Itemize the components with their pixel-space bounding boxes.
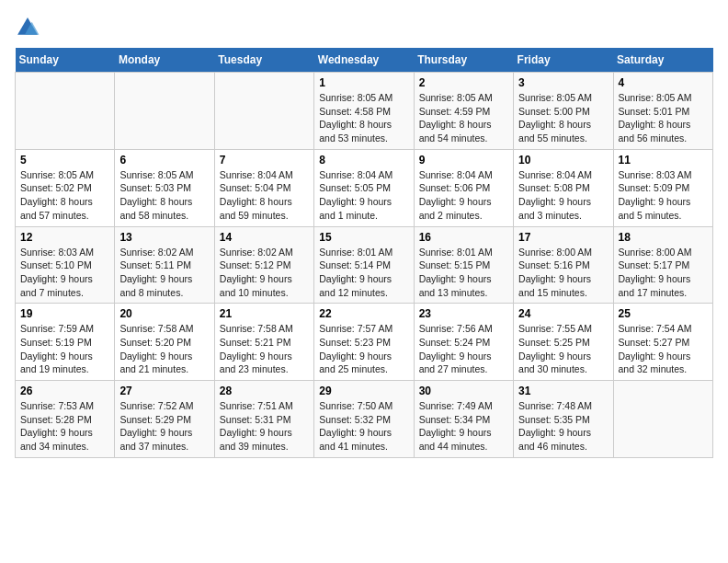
day-number: 19 bbox=[20, 307, 109, 320]
calendar-cell: 25Sunrise: 7:54 AM Sunset: 5:27 PM Dayli… bbox=[613, 304, 712, 381]
day-number: 9 bbox=[419, 154, 508, 167]
calendar-cell: 11Sunrise: 8:03 AM Sunset: 5:09 PM Dayli… bbox=[613, 149, 712, 226]
day-number: 16 bbox=[419, 231, 508, 244]
weekday-header-sunday: Sunday bbox=[16, 48, 115, 73]
day-info: Sunrise: 7:53 AM Sunset: 5:28 PM Dayligh… bbox=[20, 399, 109, 454]
day-info: Sunrise: 8:05 AM Sunset: 4:59 PM Dayligh… bbox=[419, 91, 508, 145]
calendar-cell: 22Sunrise: 7:57 AM Sunset: 5:23 PM Dayli… bbox=[314, 304, 414, 381]
calendar-cell: 31Sunrise: 7:48 AM Sunset: 5:35 PM Dayli… bbox=[514, 381, 613, 458]
day-number: 3 bbox=[518, 76, 608, 89]
calendar-cell: 3Sunrise: 8:05 AM Sunset: 5:00 PM Daylig… bbox=[514, 73, 613, 150]
day-number: 28 bbox=[220, 385, 309, 397]
day-number: 5 bbox=[20, 154, 109, 167]
day-info: Sunrise: 8:05 AM Sunset: 5:01 PM Dayligh… bbox=[619, 91, 708, 145]
day-info: Sunrise: 7:59 AM Sunset: 5:19 PM Dayligh… bbox=[20, 322, 109, 376]
calendar-cell: 21Sunrise: 7:58 AM Sunset: 5:21 PM Dayli… bbox=[214, 304, 313, 381]
day-number: 29 bbox=[319, 385, 408, 397]
calendar-cell: 30Sunrise: 7:49 AM Sunset: 5:34 PM Dayli… bbox=[414, 381, 513, 458]
day-number: 6 bbox=[119, 154, 209, 167]
calendar-cell: 28Sunrise: 7:51 AM Sunset: 5:31 PM Dayli… bbox=[214, 381, 313, 458]
day-number: 1 bbox=[319, 76, 408, 89]
calendar-week-row: 26Sunrise: 7:53 AM Sunset: 5:28 PM Dayli… bbox=[16, 381, 713, 458]
calendar-cell: 4Sunrise: 8:05 AM Sunset: 5:01 PM Daylig… bbox=[613, 73, 712, 150]
calendar-cell bbox=[214, 73, 313, 150]
calendar-cell: 29Sunrise: 7:50 AM Sunset: 5:32 PM Dayli… bbox=[314, 381, 414, 458]
calendar-cell: 16Sunrise: 8:01 AM Sunset: 5:15 PM Dayli… bbox=[414, 226, 513, 304]
day-number: 11 bbox=[619, 154, 708, 167]
calendar-cell: 20Sunrise: 7:58 AM Sunset: 5:20 PM Dayli… bbox=[115, 304, 214, 381]
day-number: 31 bbox=[518, 385, 608, 397]
calendar-cell: 5Sunrise: 8:05 AM Sunset: 5:02 PM Daylig… bbox=[16, 149, 115, 226]
day-info: Sunrise: 8:04 AM Sunset: 5:04 PM Dayligh… bbox=[220, 168, 309, 223]
calendar-cell bbox=[613, 381, 712, 458]
day-number: 2 bbox=[419, 76, 508, 89]
day-number: 24 bbox=[518, 307, 608, 320]
calendar-cell: 6Sunrise: 8:05 AM Sunset: 5:03 PM Daylig… bbox=[115, 149, 214, 226]
calendar-cell: 18Sunrise: 8:00 AM Sunset: 5:17 PM Dayli… bbox=[613, 226, 712, 304]
logo-icon bbox=[15, 15, 40, 40]
calendar-cell: 27Sunrise: 7:52 AM Sunset: 5:29 PM Dayli… bbox=[115, 381, 214, 458]
day-number: 10 bbox=[518, 154, 608, 167]
weekday-header-row: SundayMondayTuesdayWednesdayThursdayFrid… bbox=[16, 48, 713, 73]
calendar-cell: 24Sunrise: 7:55 AM Sunset: 5:25 PM Dayli… bbox=[514, 304, 613, 381]
calendar-cell bbox=[115, 73, 214, 150]
calendar-cell: 9Sunrise: 8:04 AM Sunset: 5:06 PM Daylig… bbox=[414, 149, 513, 226]
logo bbox=[15, 15, 44, 40]
day-info: Sunrise: 7:58 AM Sunset: 5:20 PM Dayligh… bbox=[119, 322, 209, 376]
calendar-cell: 8Sunrise: 8:04 AM Sunset: 5:05 PM Daylig… bbox=[314, 149, 414, 226]
weekday-header-tuesday: Tuesday bbox=[214, 48, 313, 73]
day-info: Sunrise: 7:57 AM Sunset: 5:23 PM Dayligh… bbox=[319, 322, 408, 376]
day-number: 14 bbox=[220, 231, 309, 244]
day-number: 17 bbox=[518, 231, 608, 244]
calendar-cell: 17Sunrise: 8:00 AM Sunset: 5:16 PM Dayli… bbox=[514, 226, 613, 304]
calendar-cell: 26Sunrise: 7:53 AM Sunset: 5:28 PM Dayli… bbox=[16, 381, 115, 458]
day-number: 22 bbox=[319, 307, 408, 320]
day-info: Sunrise: 8:04 AM Sunset: 5:06 PM Dayligh… bbox=[419, 168, 508, 223]
weekday-header-saturday: Saturday bbox=[613, 48, 712, 73]
calendar-cell: 23Sunrise: 7:56 AM Sunset: 5:24 PM Dayli… bbox=[414, 304, 513, 381]
calendar-cell: 7Sunrise: 8:04 AM Sunset: 5:04 PM Daylig… bbox=[214, 149, 313, 226]
calendar-cell: 19Sunrise: 7:59 AM Sunset: 5:19 PM Dayli… bbox=[16, 304, 115, 381]
day-info: Sunrise: 7:48 AM Sunset: 5:35 PM Dayligh… bbox=[518, 399, 608, 454]
day-info: Sunrise: 8:05 AM Sunset: 5:02 PM Dayligh… bbox=[20, 168, 109, 223]
day-info: Sunrise: 8:03 AM Sunset: 5:10 PM Dayligh… bbox=[20, 246, 109, 300]
day-info: Sunrise: 8:05 AM Sunset: 4:58 PM Dayligh… bbox=[319, 91, 408, 145]
day-number: 25 bbox=[619, 307, 708, 320]
day-info: Sunrise: 7:49 AM Sunset: 5:34 PM Dayligh… bbox=[419, 399, 508, 454]
day-info: Sunrise: 8:00 AM Sunset: 5:17 PM Dayligh… bbox=[619, 246, 708, 300]
weekday-header-wednesday: Wednesday bbox=[314, 48, 414, 73]
calendar-cell: 14Sunrise: 8:02 AM Sunset: 5:12 PM Dayli… bbox=[214, 226, 313, 304]
day-number: 26 bbox=[20, 385, 109, 397]
day-info: Sunrise: 8:02 AM Sunset: 5:11 PM Dayligh… bbox=[119, 246, 209, 300]
calendar-cell: 10Sunrise: 8:04 AM Sunset: 5:08 PM Dayli… bbox=[514, 149, 613, 226]
day-number: 8 bbox=[319, 154, 408, 167]
day-info: Sunrise: 8:05 AM Sunset: 5:03 PM Dayligh… bbox=[119, 168, 209, 223]
day-info: Sunrise: 8:00 AM Sunset: 5:16 PM Dayligh… bbox=[518, 246, 608, 300]
day-info: Sunrise: 7:52 AM Sunset: 5:29 PM Dayligh… bbox=[119, 399, 209, 454]
page-header bbox=[15, 15, 713, 40]
day-number: 18 bbox=[619, 231, 708, 244]
day-number: 4 bbox=[619, 76, 708, 89]
day-info: Sunrise: 8:05 AM Sunset: 5:00 PM Dayligh… bbox=[518, 91, 608, 145]
calendar-week-row: 19Sunrise: 7:59 AM Sunset: 5:19 PM Dayli… bbox=[16, 304, 713, 381]
day-number: 15 bbox=[319, 231, 408, 244]
calendar-week-row: 1Sunrise: 8:05 AM Sunset: 4:58 PM Daylig… bbox=[16, 73, 713, 150]
calendar-cell: 15Sunrise: 8:01 AM Sunset: 5:14 PM Dayli… bbox=[314, 226, 414, 304]
weekday-header-monday: Monday bbox=[115, 48, 214, 73]
day-number: 12 bbox=[20, 231, 109, 244]
day-info: Sunrise: 8:01 AM Sunset: 5:15 PM Dayligh… bbox=[419, 246, 508, 300]
day-info: Sunrise: 8:03 AM Sunset: 5:09 PM Dayligh… bbox=[619, 168, 708, 223]
day-info: Sunrise: 8:04 AM Sunset: 5:05 PM Dayligh… bbox=[319, 168, 408, 223]
day-number: 30 bbox=[419, 385, 508, 397]
calendar-cell bbox=[16, 73, 115, 150]
day-info: Sunrise: 7:51 AM Sunset: 5:31 PM Dayligh… bbox=[220, 399, 309, 454]
day-info: Sunrise: 7:54 AM Sunset: 5:27 PM Dayligh… bbox=[619, 322, 708, 376]
calendar-table: SundayMondayTuesdayWednesdayThursdayFrid… bbox=[15, 48, 713, 458]
calendar-week-row: 5Sunrise: 8:05 AM Sunset: 5:02 PM Daylig… bbox=[16, 149, 713, 226]
weekday-header-thursday: Thursday bbox=[414, 48, 513, 73]
day-number: 23 bbox=[419, 307, 508, 320]
day-number: 21 bbox=[220, 307, 309, 320]
day-info: Sunrise: 7:58 AM Sunset: 5:21 PM Dayligh… bbox=[220, 322, 309, 376]
day-info: Sunrise: 7:55 AM Sunset: 5:25 PM Dayligh… bbox=[518, 322, 608, 376]
calendar-week-row: 12Sunrise: 8:03 AM Sunset: 5:10 PM Dayli… bbox=[16, 226, 713, 304]
